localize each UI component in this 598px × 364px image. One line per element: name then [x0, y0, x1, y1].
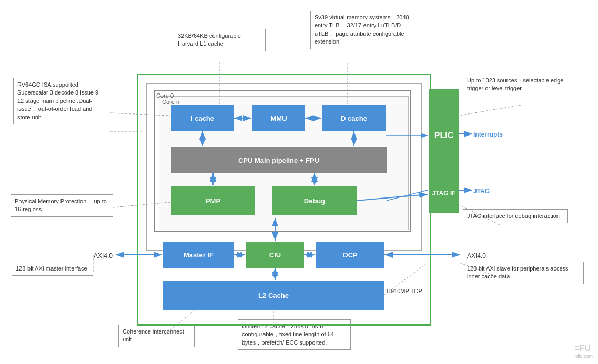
annotation-plic: Up to 1023 sources，selectable edge trigg…: [463, 74, 581, 96]
c910mp-label: C910MP TOP: [387, 288, 422, 294]
annotation-sv39: Sv39 virtual-memory systems，2048-entry T…: [310, 11, 415, 49]
svg-line-27: [459, 105, 521, 116]
mmu-block: MMU: [252, 105, 305, 131]
debug-block: Debug: [272, 186, 357, 215]
jtag-label: JTAG: [473, 188, 490, 195]
diagram-container: 32KB/64KB configurable Harvard L1 cache …: [0, 0, 598, 364]
axi4-left-label: AXI4.0: [94, 252, 113, 259]
watermark: ≡FU rdid.com: [574, 344, 593, 359]
plic-block: PLIC: [429, 89, 459, 181]
coren-label: Core n: [162, 99, 179, 105]
dcp-block: DCP: [316, 242, 384, 268]
axi4-right-label: AXI4.0: [467, 252, 486, 259]
cpu-pipeline-block: CPU Main pipeline + FPU: [171, 147, 387, 173]
annotation-pmp: Physical Memory Protection， up to 16 reg…: [11, 194, 113, 217]
interrupts-label: Interrupts: [473, 131, 503, 138]
core0-label: Core 0: [156, 92, 174, 99]
dcache-block: D cache: [322, 105, 386, 131]
ciu-block: CIU: [246, 242, 304, 268]
annotation-axi-master: 128-bit AXI master interface: [12, 262, 93, 276]
masterif-block: Master IF: [163, 242, 234, 268]
annotation-isa: RV64GC ISA supported. Superscalar 3 deco…: [13, 78, 110, 124]
annotation-l1cache: 32KB/64KB configurable Harvard L1 cache: [174, 29, 266, 51]
annotation-coherence: Coherence interconnect unit: [118, 325, 195, 347]
l2cache-block: L2 Cache: [163, 281, 384, 310]
annotation-axi-slave: 128-bit AXl slave for peripherals access…: [463, 262, 584, 284]
pmp-block: PMP: [171, 186, 255, 215]
jtagif-block: JTAG IF: [429, 173, 459, 213]
annotation-jtag: JTAG interface for debug interaction: [463, 209, 568, 223]
icache-block: I cache: [171, 105, 234, 131]
